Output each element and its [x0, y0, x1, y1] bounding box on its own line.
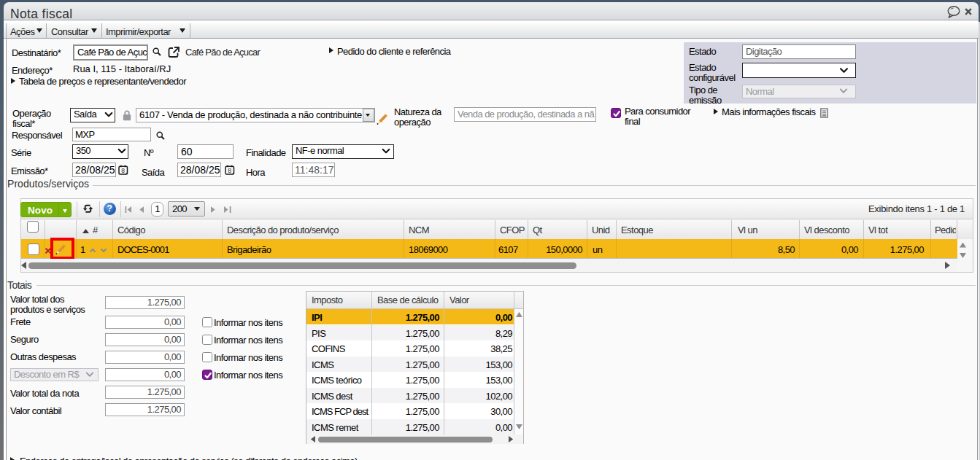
svg-text:8: 8 [121, 167, 125, 174]
svg-text:8: 8 [228, 167, 231, 174]
